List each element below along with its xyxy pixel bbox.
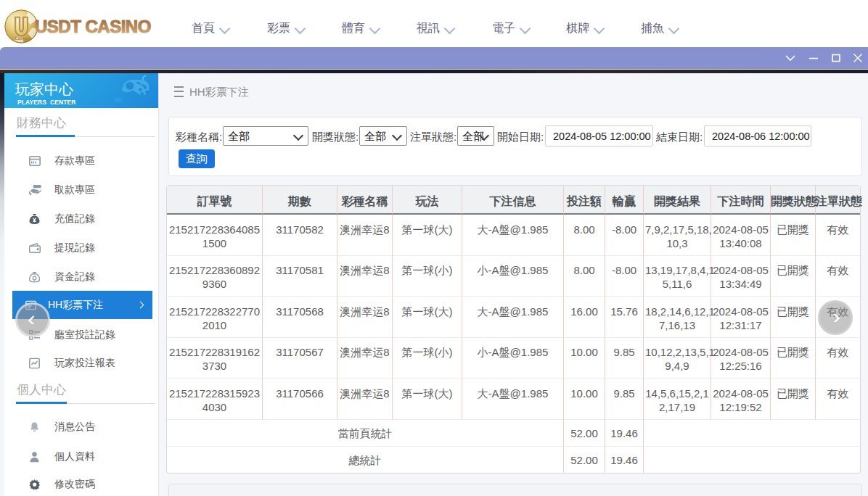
svg-text:Casino: Casino [15, 36, 29, 41]
svg-text:USDT CASINO: USDT CASINO [35, 17, 151, 36]
